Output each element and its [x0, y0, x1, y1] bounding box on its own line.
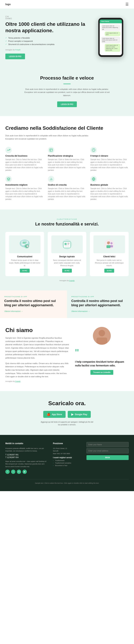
feature-text-1: Sample text. Click to Select the text bo…: [48, 158, 86, 172]
google-play-label: Google Play: [75, 413, 87, 416]
feature-item-3: Investimento migliore Sample text. Click…: [5, 176, 44, 200]
facebook-icon[interactable]: f: [5, 470, 10, 474]
features-grid: Crescita del business Sample text. Click…: [5, 147, 129, 200]
feature-title-5: Business globale: [90, 184, 129, 186]
blog-title-1: Controlla il nostro ultimo post sul blog…: [71, 299, 130, 307]
chisiamo-left: Chi siamo Sample text. Click to Egestas …: [5, 327, 70, 382]
service-card-0: 💬 Comunicazioni Pretium lectus quam et l…: [5, 232, 44, 276]
chisiamo-para-1: Quis viverra nibh cras pulvinar mattis. …: [5, 362, 70, 378]
blog-card-0: Progettazione di app Controlla il nostro…: [0, 290, 67, 318]
phone-msg-1: Lorem ipsum dolor sit amet,coss ectetur …: [101, 24, 120, 30]
linkedin-button[interactable]: Trovami su LinkedIn: [90, 370, 113, 375]
youtube-icon[interactable]: ▶: [23, 470, 27, 474]
service-card-1: Design ispirato Nunc consequat interdum …: [48, 232, 87, 276]
app-store-button[interactable]: 🍎 App Store: [43, 411, 65, 418]
blog-link-1[interactable]: Ulteriori informazioni →: [71, 310, 90, 312]
phone-contact-name: Your Friend: [101, 21, 120, 22]
process-cta-button[interactable]: LEGGI DI PIÙ: [57, 102, 77, 107]
google-play-button[interactable]: ▶ Google Play: [68, 411, 91, 418]
hero-title: Oltre 1000 clienti che utilizzano la nos…: [5, 21, 89, 34]
service-title-2: Clienti felici: [93, 255, 125, 258]
header: logo ☰: [0, 0, 134, 8]
phone-msg-4: Lorem ipsum dolor sit amet,con ectetur a…: [105, 44, 120, 52]
footer-phone-0[interactable]: T 1(236)567 891: [5, 454, 47, 456]
chisiamo-para-0: Sample text. Click to Egestas egestas fr…: [5, 336, 70, 360]
footer-bottom-text: Sample text. Click to select the text bo…: [5, 482, 129, 484]
feature-text-0: Sample text. Click to Select the text bo…: [5, 158, 44, 172]
hero-feature-2: Prezzi semplici e trasparenti: [5, 40, 89, 42]
download-section: Scaricalo ora. 🍎 App Store ▶ Google Play…: [0, 391, 134, 435]
download-support-text: Aggiungi qui del testo di supporto per s…: [40, 421, 94, 426]
download-title: Scaricalo ora.: [5, 400, 129, 406]
caratteristiche-section: CARATTERISTICHE Le nostre funzionalità e…: [0, 210, 134, 290]
caratteristiche-title: Le nostre funzionalità e servizi.: [5, 222, 129, 226]
svg-rect-18: [67, 244, 69, 244]
feature-text-2: Sample text. Click to Select the text bo…: [90, 158, 129, 172]
twitter-icon[interactable]: t: [11, 470, 15, 474]
svg-rect-10: [23, 243, 26, 244]
footer-phone-1[interactable]: T 1(236)987 654: [5, 456, 47, 458]
feature-item-0: Crescita del business Sample text. Click…: [5, 147, 44, 172]
footer-contact-subtitle: Possiamo poterete affidabili, sceffe low…: [5, 447, 47, 452]
footer-grid: Mettiti in contatto Possiamo poterete af…: [5, 442, 129, 474]
chisiamo-right: " I help companies tincidunt tortor aliq…: [75, 327, 129, 375]
service-btn-1[interactable]: DI PIÙ: [62, 269, 72, 272]
caratteristiche-image-credit: Immagine da Freepik: [5, 280, 129, 282]
satisfaction-section: Crediamo nella Soddisfazione del Cliente…: [0, 116, 134, 210]
svg-rect-27: [96, 338, 107, 345]
svg-rect-0: [50, 149, 52, 152]
feature-icon-4: [48, 176, 54, 182]
blog-label-1: Progettazione di app: [71, 296, 130, 298]
service-title-0: Comunicazioni: [9, 255, 41, 258]
svg-rect-15: [63, 242, 71, 248]
process-divider: [63, 84, 71, 84]
feature-title-2: Il tempo è denaro: [90, 155, 129, 157]
quote-mark: ": [75, 348, 129, 358]
feature-item-2: Il tempo è denaro Sample text. Click to …: [90, 147, 129, 172]
hero-section: CHI SIAMO Oltre 1000 clienti che utilizz…: [0, 8, 134, 66]
footer-contact-col: Mettiti in contatto Possiamo poterete af…: [5, 442, 47, 474]
service-btn-2[interactable]: DI PIÙ: [104, 269, 114, 272]
service-btn-0[interactable]: DI PIÙ: [20, 269, 30, 272]
hero-cta-button[interactable]: LEGGI DI PIÙ: [5, 54, 25, 59]
feature-icon-5: [90, 176, 97, 182]
feature-icon-0: [5, 147, 12, 153]
linkedin-icon[interactable]: in: [17, 470, 21, 474]
blog-label-0: Progettazione di app: [4, 296, 63, 298]
feature-item-1: Pianificazione strategica Sample text. C…: [48, 147, 86, 172]
satisfaction-title: Crediamo nella Soddisfazione del Cliente: [5, 125, 129, 131]
footer-services-title: I nostri migliori servizi: [53, 456, 81, 458]
svg-rect-16: [64, 243, 67, 245]
footer-submit-button[interactable]: INVIA: [87, 455, 129, 460]
feature-title-4: Grafico di crescita: [48, 184, 86, 186]
footer-address-label: Posizione: [53, 442, 81, 445]
hamburger-menu-icon[interactable]: ☰: [125, 2, 129, 6]
blog-title-0: Controlla il nostro ultimo post sul blog…: [4, 299, 63, 307]
satisfaction-subtitle: Duis aute irure dolor in reprehenderit i…: [5, 134, 95, 140]
logo: logo: [5, 3, 11, 6]
services-grid: 💬 Comunicazioni Pretium lectus quam et l…: [5, 232, 129, 276]
svg-point-25: [99, 330, 105, 336]
hero-label: CHI SIAMO: [5, 16, 89, 20]
feature-icon-2: [90, 147, 97, 153]
phone-msg-3: Lorem ipsum dolor sit amet,Lorem ipsum d…: [101, 37, 120, 43]
footer-email-input[interactable]: [87, 448, 129, 454]
caratteristiche-label: CARATTERISTICHE: [5, 218, 129, 220]
apple-icon: 🍎: [47, 413, 50, 416]
blog-link-0[interactable]: Ulteriori informazioni →: [4, 310, 23, 312]
process-section: Processo facile e veloce Duis aute irure…: [0, 66, 134, 116]
footer-service-1: Trasferimenti semplice: [53, 462, 81, 464]
service-text-0: Pretium lectus quam et leo in vitae turp…: [9, 259, 41, 267]
hero-image-credit: Immagine da Freepik: [5, 49, 89, 51]
footer-address: 221 Rock Street, 21 Norvolk New York, NY…: [53, 447, 81, 455]
footer-contact-form: INVIA: [87, 442, 129, 460]
hero-feature-3: Strumenti di costruzione e documentazion…: [5, 43, 89, 46]
footer-service-0: Trasferimenti: [53, 460, 81, 462]
feature-item-4: Grafico di crescita Sample text. Click t…: [48, 176, 86, 200]
play-icon: ▶: [71, 413, 74, 416]
feature-text-5: Sample text. Click to Select the text bo…: [90, 187, 129, 200]
service-title-1: Design ispirato: [51, 255, 83, 258]
service-text-1: Nunc consequat interdum varius sit amet …: [51, 259, 83, 267]
footer-name-input[interactable]: [87, 442, 129, 447]
blog-section: Progettazione di app Controlla il nostro…: [0, 290, 134, 318]
